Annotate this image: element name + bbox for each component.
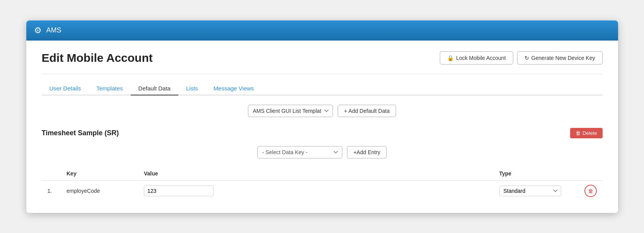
template-select[interactable]: AMS Client GUI List Template	[248, 105, 333, 117]
table-row: 1. employeCode Standard Encrypted Read O…	[42, 180, 602, 201]
row-action-cell: 🗑	[579, 180, 603, 201]
main-content: Edit Mobile Account 🔒 Lock Mobile Accoun…	[26, 41, 618, 213]
row-num: 1.	[42, 180, 61, 201]
lock-icon: 🔒	[447, 55, 454, 61]
refresh-icon: ↻	[524, 55, 529, 61]
data-key-row: - Select Data Key - +Add Entry	[42, 146, 603, 158]
row-key: employeCode	[61, 180, 138, 201]
app-header: ⚙ AMS	[26, 20, 618, 41]
section-header: Timesheet Sample (SR) 🗑 Delete	[42, 128, 603, 138]
col-header-type: Type	[494, 166, 579, 180]
add-entry-button[interactable]: +Add Entry	[347, 146, 387, 158]
row-delete-button[interactable]: 🗑	[584, 185, 597, 197]
tabs-bar: User Details Templates Default Data List…	[42, 82, 603, 95]
header-divider	[42, 74, 603, 74]
page-header: Edit Mobile Account 🔒 Lock Mobile Accoun…	[42, 51, 603, 65]
data-table: Key Value Type 1. employeCode Standard	[42, 166, 603, 201]
section-delete-button[interactable]: 🗑 Delete	[570, 128, 603, 138]
col-header-action	[579, 166, 603, 180]
app-title: AMS	[46, 26, 61, 34]
lock-mobile-account-button[interactable]: 🔒 Lock Mobile Account	[440, 51, 513, 65]
col-header-key: Key	[61, 166, 138, 180]
gear-icon: ⚙	[34, 26, 42, 36]
data-key-select[interactable]: - Select Data Key -	[257, 146, 342, 158]
section-title: Timesheet Sample (SR)	[42, 129, 119, 137]
row-type-cell: Standard Encrypted Read Only	[494, 180, 579, 201]
tab-user-details[interactable]: User Details	[42, 82, 89, 95]
row-value-input[interactable]	[144, 185, 214, 196]
row-type-select[interactable]: Standard Encrypted Read Only	[499, 185, 561, 196]
header-actions: 🔒 Lock Mobile Account ↻ Generate New Dev…	[440, 51, 602, 65]
generate-new-device-key-button[interactable]: ↻ Generate New Device Key	[517, 51, 603, 65]
col-header-num	[42, 166, 61, 180]
template-selector-row: AMS Client GUI List Template + Add Defau…	[42, 105, 603, 117]
tab-templates[interactable]: Templates	[89, 82, 130, 95]
tab-lists[interactable]: Lists	[178, 82, 206, 95]
page-title: Edit Mobile Account	[42, 51, 153, 65]
tab-default-data[interactable]: Default Data	[131, 82, 178, 95]
tab-message-views[interactable]: Message Views	[206, 82, 262, 95]
app-window: ⚙ AMS Edit Mobile Account 🔒 Lock Mobile …	[26, 20, 618, 213]
table-header-row: Key Value Type	[42, 166, 602, 180]
col-header-value: Value	[138, 166, 494, 180]
trash-icon: 🗑	[576, 130, 581, 136]
row-value-cell	[138, 180, 494, 201]
add-default-data-button[interactable]: + Add Default Data	[338, 105, 396, 117]
